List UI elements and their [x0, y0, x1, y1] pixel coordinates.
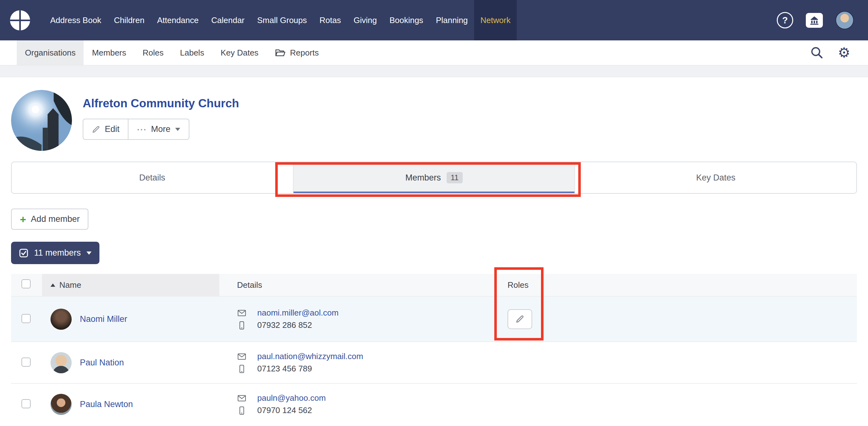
- phone-number: 07123 456 789: [257, 364, 312, 373]
- more-button-label: More: [151, 124, 171, 134]
- mobile-phone-icon: [237, 321, 247, 330]
- page-background-band: [0, 65, 868, 77]
- details-column-header: Details: [219, 280, 505, 290]
- tab-details[interactable]: Details: [12, 162, 293, 193]
- more-dots-icon: ⋯: [137, 124, 147, 134]
- table-header-row: Name Details Roles: [11, 274, 857, 296]
- row-checkbox[interactable]: [22, 358, 31, 367]
- member-name-link[interactable]: Naomi Miller: [80, 314, 127, 324]
- table-row: Paula Newton pauln@yahoo.com 07970 124 5…: [11, 383, 857, 425]
- table-row: Paul Nation paul.nation@whizzymail.com 0…: [11, 341, 857, 383]
- user-avatar[interactable]: [836, 11, 854, 29]
- subnav-item-key-dates[interactable]: Key Dates: [212, 40, 267, 65]
- chevron-down-icon: [175, 128, 181, 131]
- building-icon: [809, 15, 820, 26]
- member-avatar: [51, 394, 72, 415]
- subnav-item-reports[interactable]: Reports: [267, 40, 327, 65]
- more-button[interactable]: ⋯ More: [128, 119, 190, 140]
- churchsuite-logo[interactable]: [9, 0, 31, 40]
- name-column-label: Name: [59, 280, 81, 290]
- tab-members[interactable]: Members 11: [293, 162, 575, 193]
- email-link[interactable]: paul.nation@whizzymail.com: [257, 352, 363, 361]
- email-link[interactable]: naomi.miller@aol.com: [257, 308, 339, 318]
- nav-item-bookings[interactable]: Bookings: [383, 0, 430, 40]
- top-navbar: Address Book Children Attendance Calenda…: [0, 0, 868, 40]
- mobile-phone-icon: [237, 406, 247, 415]
- sort-ascending-icon: [51, 283, 55, 287]
- checked-checkbox-icon: [19, 248, 29, 258]
- nav-item-children[interactable]: Children: [107, 0, 151, 40]
- members-selection-label: 11 members: [34, 248, 81, 258]
- subnav-item-roles[interactable]: Roles: [134, 40, 172, 65]
- organisation-avatar: [11, 90, 72, 151]
- church-photo: [11, 90, 72, 151]
- org-action-buttons: Edit ⋯ More: [83, 119, 189, 140]
- add-member-button[interactable]: + Add member: [11, 208, 88, 230]
- member-name-link[interactable]: Paul Nation: [80, 358, 124, 368]
- nav-item-giving[interactable]: Giving: [347, 0, 383, 40]
- phone-number: 07932 286 852: [257, 320, 312, 330]
- table-row: Naomi Miller naomi.miller@aol.com 07932 …: [11, 296, 857, 341]
- organisation-header: Alfreton Community Church Edit ⋯ More: [11, 77, 857, 151]
- settings-icon[interactable]: ⚙: [838, 46, 850, 60]
- tab-members-label: Members: [405, 173, 441, 183]
- pencil-icon: [92, 125, 100, 134]
- members-count-badge: 11: [446, 172, 463, 183]
- my-churchsuite-button[interactable]: [806, 13, 823, 28]
- member-avatar: [51, 352, 72, 373]
- email-link[interactable]: pauln@yahoo.com: [257, 393, 326, 403]
- main-content: Alfreton Community Church Edit ⋯ More: [0, 77, 868, 426]
- member-avatar: [51, 308, 72, 330]
- edit-button-label: Edit: [105, 124, 120, 134]
- tab-details-label: Details: [139, 173, 165, 183]
- module-subnav: Organisations Members Roles Labels Key D…: [0, 40, 868, 65]
- mobile-phone-icon: [237, 364, 247, 373]
- nav-item-address-book[interactable]: Address Book: [44, 0, 107, 40]
- row-checkbox[interactable]: [22, 399, 31, 408]
- add-member-label: Add member: [31, 214, 80, 224]
- tab-key-dates[interactable]: Key Dates: [575, 162, 856, 193]
- chevron-down-icon: [86, 251, 92, 255]
- pencil-icon: [515, 314, 525, 324]
- page-title: Alfreton Community Church: [83, 97, 239, 110]
- nav-item-small-groups[interactable]: Small Groups: [251, 0, 313, 40]
- members-table: Name Details Roles Naomi Miller naomi.mi…: [11, 274, 857, 425]
- email-icon: [237, 352, 247, 361]
- plus-icon: +: [20, 214, 26, 225]
- folder-icon: [275, 48, 286, 57]
- help-icon[interactable]: ?: [777, 12, 793, 28]
- row-checkbox[interactable]: [22, 314, 31, 323]
- organisation-info: Alfreton Community Church Edit ⋯ More: [83, 90, 239, 151]
- nav-item-network[interactable]: Network: [474, 0, 517, 40]
- subnav-right-actions: ⚙: [810, 40, 868, 65]
- nav-item-calendar[interactable]: Calendar: [205, 0, 251, 40]
- phone-number: 07970 124 562: [257, 405, 312, 415]
- subnav-item-reports-label: Reports: [290, 48, 319, 58]
- members-selection-dropdown[interactable]: 11 members: [11, 242, 99, 264]
- member-name-link[interactable]: Paula Newton: [80, 399, 133, 409]
- email-icon: [237, 393, 247, 403]
- edit-button[interactable]: Edit: [83, 119, 128, 140]
- tab-key-dates-label: Key Dates: [696, 173, 736, 183]
- nav-item-attendance[interactable]: Attendance: [151, 0, 205, 40]
- topnav-right-actions: ?: [777, 0, 868, 40]
- search-icon[interactable]: [810, 46, 824, 59]
- nav-item-rotas[interactable]: Rotas: [313, 0, 347, 40]
- select-all-checkbox[interactable]: [22, 279, 31, 288]
- roles-column-header: Roles: [505, 280, 857, 290]
- email-icon: [237, 308, 247, 318]
- org-tab-bar: Details Members 11 Key Dates: [11, 162, 857, 194]
- name-column-header[interactable]: Name: [42, 274, 219, 296]
- subnav-item-labels[interactable]: Labels: [172, 40, 212, 65]
- edit-roles-button[interactable]: [507, 309, 532, 329]
- nav-item-planning[interactable]: Planning: [430, 0, 474, 40]
- subnav-item-members[interactable]: Members: [84, 40, 134, 65]
- churchsuite-logo-icon: [9, 10, 31, 31]
- subnav-item-organisations[interactable]: Organisations: [17, 40, 84, 65]
